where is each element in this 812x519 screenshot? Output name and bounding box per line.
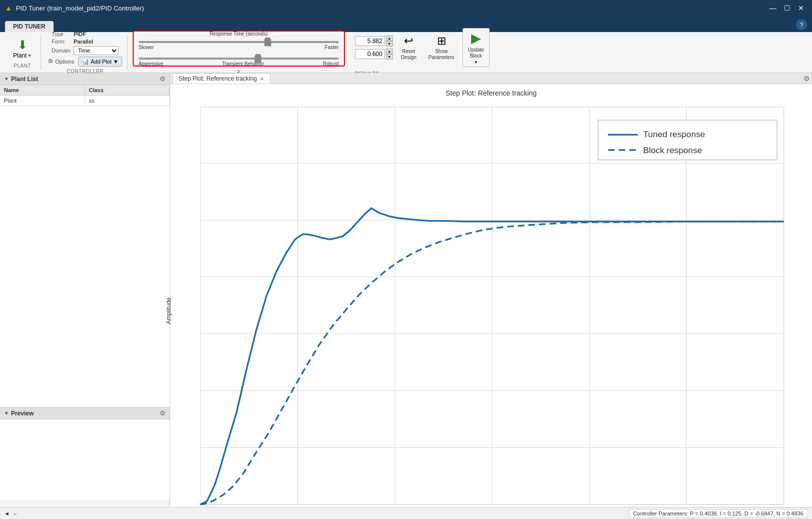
transient-slider-container: Aggressive Transient Behavior Robust xyxy=(139,54,339,67)
chart-svg: 0 0.2 0.4 0.6 0.8 1 1.2 0 10 20 30 40 50 xyxy=(200,102,797,509)
reset-label: ResetDesign xyxy=(401,49,417,61)
app-icon: ▲ xyxy=(5,4,12,12)
plant-section: ⬇ Plant ▼ PLANT xyxy=(4,35,41,70)
table-header: Name Class xyxy=(0,85,170,96)
value2-input[interactable] xyxy=(355,49,385,59)
spin2-down[interactable]: ▼ xyxy=(386,54,393,60)
reset-design-button[interactable]: ↩ ResetDesign xyxy=(397,33,421,63)
class-column-header: Class xyxy=(85,85,170,95)
step-plot-tab[interactable]: Step Plot: Reference tracking ✕ xyxy=(172,73,270,84)
update-dropdown-arrow: ▼ xyxy=(474,60,478,65)
plot-area: Step Plot: Reference tracking ✕ ⚙ Step P… xyxy=(170,73,812,507)
plant-list-title: Plant List xyxy=(11,76,38,83)
spinbox1-row: ▲ ▼ xyxy=(355,36,393,47)
response-time-label: Response Time (seconds) xyxy=(139,31,339,37)
plant-section-label: PLANT xyxy=(14,63,31,69)
options-label: Options xyxy=(55,59,74,65)
update-block-label: UpdateBlock xyxy=(468,47,484,59)
faster-label: Faster xyxy=(324,45,338,50)
show-params-icon: ⊞ xyxy=(437,35,446,48)
plot-tabs: Step Plot: Reference tracking ✕ ⚙ xyxy=(170,73,812,84)
domain-select[interactable]: Time Frequency xyxy=(74,46,119,55)
left-panel: ▼ Plant List ⚙ Name Class Plant ss ▼ Pre… xyxy=(0,73,170,507)
plant-list-collapse[interactable]: ▼ xyxy=(4,76,9,82)
spin1-up[interactable]: ▲ xyxy=(386,36,393,41)
results-section: ▲ ▼ ▲ ▼ ↩ ResetDesign ⊞ ShowParam xyxy=(350,35,495,70)
show-params-label: ShowParameters xyxy=(429,49,455,61)
addplot-button[interactable]: 📊 Add Plot ▼ xyxy=(78,57,122,67)
name-column-header: Name xyxy=(0,85,85,95)
plot-tab-close-icon[interactable]: ✕ xyxy=(260,76,264,82)
plant-list-content: Name Class Plant ss xyxy=(0,85,170,407)
reset-icon: ↩ xyxy=(404,35,413,48)
preview-collapse[interactable]: ▼ xyxy=(4,410,9,416)
close-button[interactable]: ✕ xyxy=(795,2,807,14)
options-button[interactable]: ⚙ Options xyxy=(48,58,74,65)
preview-gear-icon[interactable]: ⚙ xyxy=(160,409,166,417)
toolbar: ⬇ Plant ▼ PLANT Type PIDF Form Parallel … xyxy=(0,32,812,73)
spin1-down[interactable]: ▼ xyxy=(386,41,393,47)
plant-label: Plant xyxy=(13,52,27,59)
preview-header: ▼ Preview ⚙ xyxy=(0,407,170,419)
chart-area: 0 0.2 0.4 0.6 0.8 1 1.2 0 10 20 30 40 50 xyxy=(200,102,797,509)
form-label: Form xyxy=(52,39,71,45)
title-bar-left: ▲ PID Tuner (train_model_pid2/PID Contro… xyxy=(5,4,144,12)
plant-name-cell: Plant xyxy=(0,96,85,106)
slower-label: Slower xyxy=(139,45,154,50)
window-controls[interactable]: — ☐ ✕ xyxy=(767,2,807,14)
maximize-button[interactable]: ☐ xyxy=(781,2,793,14)
controller-section: Type PIDF Form Parallel Domain Time Freq… xyxy=(43,35,127,70)
form-value: Parallel xyxy=(74,39,119,45)
show-parameters-button[interactable]: ⊞ ShowParameters xyxy=(425,33,459,63)
value1-input[interactable] xyxy=(355,36,385,46)
spinbox2-row: ▲ ▼ xyxy=(355,49,393,60)
controller-grid: Type PIDF Form Parallel Domain Time Freq… xyxy=(52,31,119,55)
status-left-arrow[interactable]: ◄ xyxy=(4,510,10,516)
plot-settings-icon[interactable]: ⚙ xyxy=(803,75,810,83)
chart-wrapper: Step Plot: Reference tracking Amplitude xyxy=(170,84,812,519)
chart-icon: 📊 xyxy=(82,58,89,65)
chart-container: Amplitude xyxy=(175,102,807,519)
chart-title: Step Plot: Reference tracking xyxy=(175,89,807,97)
svg-text:Tuned response: Tuned response xyxy=(643,129,705,139)
svg-text:Block response: Block response xyxy=(643,145,702,155)
tuning-tools-box: Response Time (seconds) Slower Faster Ag… xyxy=(133,31,345,67)
title-bar: ▲ PID Tuner (train_model_pid2/PID Contro… xyxy=(0,0,812,16)
type-label: Type xyxy=(52,31,71,37)
spin2-arrows: ▲ ▼ xyxy=(386,49,393,60)
plant-list-header-left: ▼ Plant List xyxy=(4,76,38,83)
status-dash: – xyxy=(14,510,17,516)
type-value: PIDF xyxy=(74,31,119,37)
help-button[interactable]: ? xyxy=(796,19,807,30)
aggressive-label: Aggressive xyxy=(139,61,163,67)
table-row[interactable]: Plant ss xyxy=(0,96,170,106)
plant-list-header: ▼ Plant List ⚙ xyxy=(0,73,170,85)
spin2-up[interactable]: ▲ xyxy=(386,49,393,54)
plant-class-cell: ss xyxy=(85,96,170,106)
plant-dropdown-arrow: ▼ xyxy=(28,54,32,58)
pid-tuner-tab[interactable]: PID TUNER xyxy=(5,21,54,32)
preview-section: ▼ Preview ⚙ xyxy=(0,407,170,507)
gear-icon: ⚙ xyxy=(48,58,53,65)
response-time-slider[interactable] xyxy=(139,41,339,43)
transient-slider[interactable] xyxy=(139,58,339,60)
plant-list-gear-icon[interactable]: ⚙ xyxy=(160,75,166,83)
plot-tab-label: Step Plot: Reference tracking xyxy=(179,75,257,82)
spin1-arrows: ▲ ▼ xyxy=(386,36,393,47)
domain-label: Domain xyxy=(52,48,71,54)
design-section: ‹ Response Time (seconds) Slower Faster … xyxy=(130,35,348,70)
main-area: ▼ Plant List ⚙ Name Class Plant ss ▼ Pre… xyxy=(0,73,812,507)
addplot-arrow: ▼ xyxy=(113,59,119,65)
collapse-left-button[interactable]: ‹ xyxy=(235,22,242,31)
plant-button[interactable]: ⬇ Plant ▼ xyxy=(9,36,36,61)
y-axis-label: Amplitude xyxy=(165,297,172,324)
preview-title: Preview xyxy=(11,410,34,417)
preview-content xyxy=(0,419,170,499)
update-block-button[interactable]: ▶ UpdateBlock ▼ xyxy=(463,28,490,67)
plant-down-icon: ⬇ xyxy=(18,38,28,52)
minimize-button[interactable]: — xyxy=(767,2,779,14)
addplot-label: Add Plot xyxy=(91,59,112,65)
response-time-slider-container: Response Time (seconds) Slower Faster xyxy=(139,31,339,50)
robust-label: Robust xyxy=(323,61,339,67)
preview-header-left: ▼ Preview xyxy=(4,410,34,417)
